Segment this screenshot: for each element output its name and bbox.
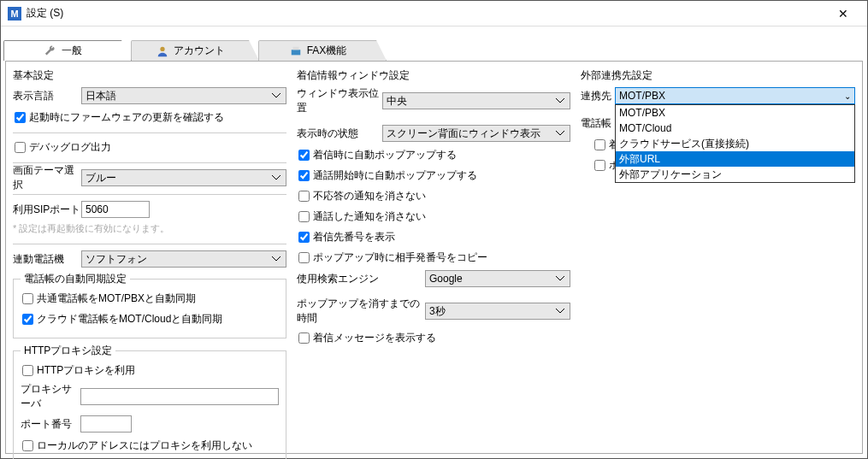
copy-number-checkbox[interactable] [298, 252, 310, 263]
noanswer-keep-checkbox[interactable] [298, 191, 310, 202]
section-title: 外部連携先設定 [581, 68, 855, 83]
engine-select[interactable]: Google [425, 270, 570, 287]
popup-incoming-label: 着信時に自動ポップアップする [313, 148, 457, 162]
basic-settings-column: 基本設定 表示言語 日本語 起動時にファームウェアの更新を確認する デバッグログ… [13, 68, 286, 446]
proxy-server-input[interactable] [80, 388, 279, 405]
sync-cloud-checkbox[interactable] [22, 314, 33, 325]
noanswer-keep-label: 不応答の通知を消さない [313, 189, 426, 203]
language-label: 表示言語 [13, 89, 81, 103]
sync-pbx-checkbox[interactable] [22, 293, 33, 304]
svg-rect-2 [292, 46, 298, 50]
tab-account[interactable]: アカウント [131, 40, 259, 61]
tab-label: FAX機能 [307, 44, 347, 58]
local-noproxy-label: ローカルのアドレスにはプロキシを利用しない [37, 438, 252, 453]
show-msg-label: 着信メッセージを表示する [313, 331, 436, 345]
popup-callstart-row[interactable]: 通話開始時に自動ポップアップする [297, 167, 570, 184]
proxy-port-label: ポート番号 [21, 417, 80, 432]
phone-label: 連動電話機 [13, 252, 81, 267]
section-title: 着信情報ウィンドウ設定 [297, 68, 570, 83]
link-selected-value: MOT/PBX [619, 90, 665, 102]
theme-label: 画面テーマ選択 [13, 163, 81, 192]
firmware-checkbox[interactable] [15, 112, 26, 123]
local-noproxy-checkbox[interactable] [22, 440, 33, 451]
firmware-label: 起動時にファームウェアの更新を確認する [29, 110, 224, 125]
wrench-icon [44, 45, 56, 57]
tab-label: 一般 [62, 44, 82, 58]
close-time-select[interactable]: 3秒 [425, 303, 570, 320]
phonebook-label: 電話帳 [581, 116, 615, 131]
copy-number-label: ポップアップ時に相手発番号をコピー [313, 250, 487, 265]
debug-log-row[interactable]: デバッグログ出力 [13, 138, 286, 156]
content-panel: 基本設定 表示言語 日本語 起動時にファームウェアの更新を確認する デバッグログ… [5, 61, 863, 454]
popup-incoming-row[interactable]: 着信時に自動ポップアップする [297, 146, 570, 163]
sip-port-input[interactable] [81, 201, 150, 218]
link-option[interactable]: MOT/Cloud [616, 121, 854, 136]
tab-general[interactable]: 一般 [3, 40, 132, 61]
popup-incoming-checkbox[interactable] [298, 150, 310, 161]
debug-checkbox[interactable] [15, 142, 26, 153]
noanswer-keep-row[interactable]: 不応答の通知を消さない [297, 187, 570, 204]
phonebook-sync-group: 電話帳の自動同期設定 共通電話帳をMOT/PBXと自動同期 クラウド電話帳をMO… [13, 272, 286, 338]
http-enable-checkbox[interactable] [22, 365, 33, 376]
theme-select[interactable]: ブルー [81, 169, 286, 186]
sync-cloud-row[interactable]: クラウド電話帳をMOT/Cloudと自動同期 [21, 310, 279, 327]
hidden-checkbox-1[interactable] [594, 139, 605, 150]
sync-cloud-label: クラウド電話帳をMOT/Cloudと自動同期 [37, 312, 222, 327]
display-state-select[interactable]: スクリーン背面にウィンドウ表示 [382, 125, 570, 142]
svg-point-0 [160, 46, 164, 50]
sync-pbx-label: 共通電話帳をMOT/PBXと自動同期 [37, 291, 196, 306]
popup-callstart-label: 通話開始時に自動ポップアップする [313, 168, 477, 183]
external-link-column: 外部連携先設定 連携先 MOT/PBX ⌄ MOT/PBXMOT/Cloudクラ… [581, 68, 855, 446]
link-option[interactable]: 外部アプリケーション [616, 167, 854, 182]
chevron-down-icon: ⌄ [844, 91, 851, 101]
show-caller-row[interactable]: 着信先番号を表示 [297, 228, 570, 245]
tab-fax[interactable]: FAX機能 [258, 40, 387, 61]
link-label: 連携先 [581, 89, 615, 103]
http-legend: HTTPプロキシ設定 [21, 344, 115, 358]
http-enable-label: HTTPプロキシを利用 [37, 363, 135, 378]
restart-hint: * 設定は再起動後に有効になります。 [13, 222, 286, 235]
called-keep-label: 通話した通知を消さない [313, 209, 426, 224]
incoming-settings-column: 着信情報ウィンドウ設定 ウィンドウ表示位置 中央 表示時の状態 スクリーン背面に… [297, 68, 570, 446]
close-button[interactable]: ✕ [826, 2, 860, 26]
user-icon [156, 45, 168, 57]
http-enable-row[interactable]: HTTPプロキシを利用 [21, 362, 279, 379]
engine-label: 使用検索エンジン [297, 272, 425, 286]
firmware-check-row[interactable]: 起動時にファームウェアの更新を確認する [13, 109, 286, 126]
sync-pbx-row[interactable]: 共通電話帳をMOT/PBXと自動同期 [21, 290, 279, 307]
hidden-checkbox-2[interactable] [594, 160, 605, 171]
titlebar: M 設定 (S) ✕ [1, 1, 867, 26]
window-pos-label: ウィンドウ表示位置 [297, 86, 382, 115]
phone-select[interactable]: ソフトフォン [81, 250, 286, 268]
sip-port-label: 利用SIPポート [13, 203, 81, 217]
link-select[interactable]: MOT/PBX ⌄ MOT/PBXMOT/Cloudクラウドサービス(直接接続)… [615, 87, 855, 104]
link-option[interactable]: MOT/PBX [616, 105, 854, 121]
svg-rect-1 [291, 50, 300, 55]
link-option[interactable]: クラウドサービス(直接接続) [616, 136, 854, 151]
debug-label: デバッグログ出力 [29, 140, 111, 155]
link-option[interactable]: 外部URL [616, 151, 854, 167]
window-pos-select[interactable]: 中央 [382, 92, 570, 109]
http-proxy-group: HTTPプロキシ設定 HTTPプロキシを利用 プロキシサーバ ポート番号 ローカ… [13, 344, 286, 459]
tab-bar: 一般 アカウント FAX機能 [1, 37, 867, 61]
proxy-port-input[interactable] [80, 415, 132, 433]
section-title: 基本設定 [13, 68, 286, 83]
tab-label: アカウント [174, 44, 225, 58]
link-options: MOT/PBXMOT/Cloudクラウドサービス(直接接続)外部URL外部アプリ… [615, 104, 855, 183]
close-time-label: ポップアップを消すまでの時間 [297, 297, 425, 326]
show-msg-row[interactable]: 着信メッセージを表示する [297, 329, 570, 346]
app-icon: M [8, 7, 21, 21]
settings-window: M 設定 (S) ✕ 一般 アカウント FAX機能 基本設定 表示言語 日本語 [0, 0, 868, 459]
popup-callstart-checkbox[interactable] [298, 170, 310, 181]
language-select[interactable]: 日本語 [81, 87, 286, 104]
called-keep-checkbox[interactable] [298, 211, 310, 222]
called-keep-row[interactable]: 通話した通知を消さない [297, 208, 570, 225]
show-msg-checkbox[interactable] [298, 332, 310, 344]
copy-number-row[interactable]: ポップアップ時に相手発番号をコピー [297, 249, 570, 266]
show-caller-label: 着信先番号を表示 [313, 230, 395, 244]
show-caller-checkbox[interactable] [298, 232, 310, 243]
display-state-label: 表示時の状態 [297, 127, 382, 141]
proxy-server-label: プロキシサーバ [21, 382, 80, 411]
local-noproxy-row[interactable]: ローカルのアドレスにはプロキシを利用しない [21, 437, 279, 454]
sync-legend: 電話帳の自動同期設定 [21, 272, 130, 286]
